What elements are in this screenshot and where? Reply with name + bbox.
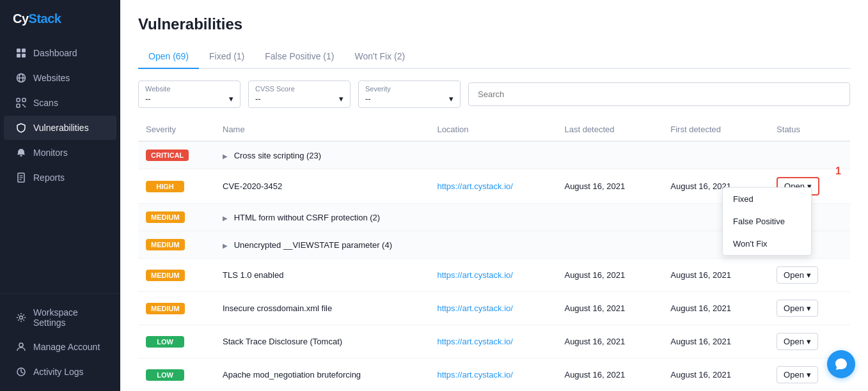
col-name: Name	[215, 118, 429, 141]
col-last-detected: Last detected	[556, 118, 663, 141]
vuln-name[interactable]: Insecure crossdomain.xml file	[223, 303, 332, 313]
website-filter-value: -- ▾	[145, 94, 233, 103]
sidebar-item-reports[interactable]: Reports	[4, 165, 116, 190]
tabs: Open (69) Fixed (1) False Positive (1) W…	[138, 45, 850, 69]
vuln-name[interactable]: Stack Trace Disclosure (Tomcat)	[223, 337, 342, 346]
svg-rect-0	[17, 49, 20, 52]
dropdown-item-wont-fix[interactable]: Won't Fix	[723, 233, 811, 255]
website-chevron-icon: ▾	[229, 94, 233, 103]
workspace-settings-label: Workspace Settings	[33, 307, 105, 328]
row-last-detected: August 16, 2021	[556, 169, 663, 204]
vuln-name[interactable]: HTML form without CSRF protection (2)	[234, 213, 381, 222]
tab-open[interactable]: Open (69)	[138, 45, 199, 69]
vuln-location-link[interactable]: https://art.cystack.io/	[437, 370, 513, 379]
vuln-name[interactable]: CVE-2020-3452	[223, 181, 282, 191]
vuln-location-link[interactable]: https://art.cystack.io/	[437, 303, 513, 313]
status-button[interactable]: Open ▾	[777, 300, 818, 317]
row-last-detected: August 16, 2021	[556, 325, 663, 358]
row-severity: MEDIUM	[138, 231, 215, 259]
row-name: Insecure crossdomain.xml file	[215, 292, 429, 325]
sidebar-nav: Dashboard Websites Scans	[0, 38, 120, 293]
chevron-icon: ▶	[223, 242, 228, 249]
cvss-filter[interactable]: CVSS Score -- ▾	[248, 80, 351, 108]
row-location: https://art.cystack.io/	[429, 169, 556, 204]
row-name: Apache mod_negotiation bruteforcing	[215, 358, 429, 392]
row-location: https://art.cystack.io/	[429, 325, 556, 358]
row-location: https://art.cystack.io/	[429, 259, 556, 292]
cvss-filter-label: CVSS Score	[255, 85, 343, 93]
row-last-detected: August 16, 2021	[556, 259, 663, 292]
cvss-chevron-icon: ▾	[339, 94, 343, 103]
sidebar-item-workspace-settings[interactable]: Workspace Settings	[4, 301, 116, 334]
status-chevron-icon: ▾	[807, 270, 811, 280]
scan-icon	[15, 97, 27, 109]
settings-icon	[15, 312, 27, 323]
severity-filter[interactable]: Severity -- ▾	[358, 80, 461, 108]
chat-button[interactable]	[827, 350, 855, 378]
row-severity: HIGH	[138, 169, 215, 204]
activity-logs-label: Activity Logs	[33, 367, 84, 377]
status-dropdown-menu: Fixed False Positive Won't Fix	[722, 187, 812, 256]
vuln-location-link[interactable]: https://art.cystack.io/	[437, 181, 513, 191]
row-severity: MEDIUM	[138, 259, 215, 292]
table-row: MEDIUM Insecure crossdomain.xml file htt…	[138, 292, 850, 325]
sidebar-item-monitors[interactable]: Monitors	[4, 141, 116, 165]
svg-point-15	[20, 316, 23, 319]
vuln-name[interactable]: Unencrypted __VIEWSTATE parameter (4)	[234, 240, 392, 250]
sidebar-label-monitors: Monitors	[33, 148, 68, 158]
dropdown-item-false-positive[interactable]: False Positive	[723, 210, 811, 233]
row-severity: CRITICAL	[138, 141, 215, 169]
search-input[interactable]	[468, 82, 850, 106]
sidebar-label-reports: Reports	[33, 172, 65, 183]
status-chevron-icon: ▾	[807, 337, 811, 346]
severity-filter-label: Severity	[365, 85, 454, 93]
row-name: Stack Trace Disclosure (Tomcat)	[215, 325, 429, 358]
vuln-name[interactable]: Apache mod_negotiation bruteforcing	[223, 370, 361, 379]
row-name: CVE-2020-3452	[215, 169, 429, 204]
row-status: Open ▾	[769, 292, 850, 325]
filters: Website -- ▾ CVSS Score -- ▾ Severity --…	[138, 80, 850, 108]
row-location: https://art.cystack.io/	[429, 358, 556, 392]
sidebar-item-scans[interactable]: Scans	[4, 91, 116, 115]
dropdown-item-fixed[interactable]: Fixed	[723, 188, 811, 210]
sidebar-item-activity-logs[interactable]: Activity Logs	[4, 360, 116, 384]
tab-fixed[interactable]: Fixed (1)	[199, 45, 255, 69]
sidebar-item-manage-account[interactable]: Manage Account	[4, 335, 116, 359]
step-1: 1	[835, 165, 841, 177]
svg-rect-7	[17, 98, 20, 102]
row-first-detected: August 16, 2021	[663, 358, 769, 392]
row-severity: LOW	[138, 358, 215, 392]
row-last-detected: August 16, 2021	[556, 292, 663, 325]
table-header: Severity Name Location Last detected Fir…	[138, 118, 850, 141]
sidebar: CyStack Dashboard Websites	[0, 0, 120, 391]
severity-badge: MEDIUM	[146, 303, 185, 314]
severity-chevron-icon: ▾	[449, 94, 454, 103]
severity-badge: LOW	[146, 336, 184, 348]
sidebar-item-vulnerabilities[interactable]: Vulnerabilities	[4, 116, 116, 140]
row-status: Open ▾	[769, 259, 850, 292]
manage-account-label: Manage Account	[33, 342, 100, 352]
website-filter[interactable]: Website -- ▾	[138, 80, 241, 108]
row-first-detected: August 16, 2021	[663, 259, 769, 292]
sidebar-item-websites[interactable]: Websites	[4, 66, 116, 90]
svg-rect-1	[22, 49, 26, 52]
status-button[interactable]: Open ▾	[777, 266, 818, 284]
tab-wont-fix[interactable]: Won't Fix (2)	[344, 45, 415, 69]
vuln-name[interactable]: TLS 1.0 enabled	[223, 270, 283, 280]
sidebar-label-dashboard: Dashboard	[33, 48, 77, 58]
table-row: MEDIUM TLS 1.0 enabled https://art.cysta…	[138, 259, 850, 292]
vuln-name[interactable]: Cross site scripting (23)	[234, 151, 322, 160]
website-filter-label: Website	[145, 85, 233, 93]
severity-badge: MEDIUM	[146, 270, 185, 281]
vuln-location-link[interactable]: https://art.cystack.io/	[437, 337, 513, 346]
row-first-detected: August 16, 2021	[663, 325, 769, 358]
col-location: Location	[429, 118, 556, 141]
vuln-location-link[interactable]: https://art.cystack.io/	[437, 270, 513, 280]
status-button[interactable]: Open ▾	[777, 333, 818, 350]
tab-false-positive[interactable]: False Positive (1)	[255, 45, 344, 69]
svg-rect-2	[17, 54, 20, 57]
sidebar-item-dashboard[interactable]: Dashboard	[4, 41, 116, 65]
status-button[interactable]: Open ▾	[777, 366, 818, 383]
sidebar-label-scans: Scans	[33, 98, 58, 108]
main-content: Vulnerabilities Open (69) Fixed (1) Fals…	[120, 0, 868, 391]
